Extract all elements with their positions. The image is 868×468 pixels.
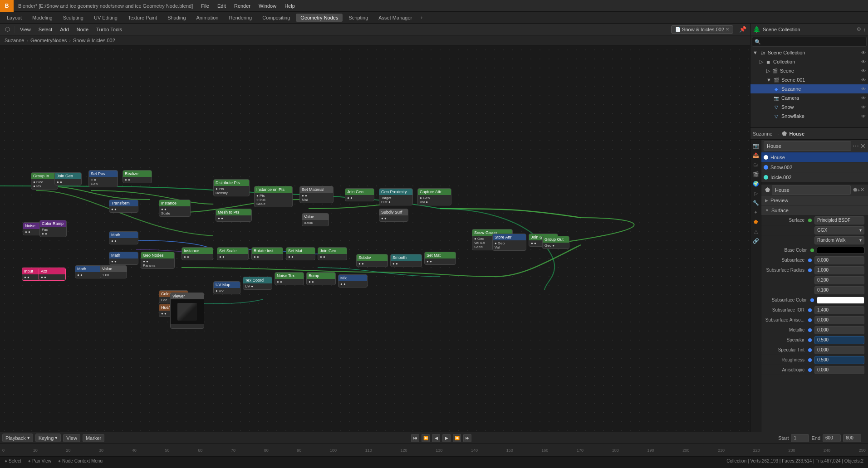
jump-to-end-button[interactable]: ⏭ (463, 434, 471, 442)
visibility-icon[interactable]: 👁 (861, 59, 866, 64)
subsurface-radius-3-value[interactable]: 0.100 (814, 286, 864, 294)
data-icon[interactable]: △ (751, 227, 760, 236)
material-name-field[interactable]: House (764, 141, 851, 151)
outliner-item-collection[interactable]: ▷ ◼ Collection 👁 (750, 57, 868, 66)
node-subdiv-1[interactable]: Subdiv Surf ● ● (379, 209, 408, 222)
subsurface-color-swatch[interactable] (817, 297, 864, 304)
keying-dropdown[interactable]: Keying ▾ (35, 434, 61, 442)
outliner-item-scene-collection[interactable]: ▼ 🗂 Scene Collection 👁 (750, 48, 868, 57)
tab-modeling[interactable]: Modeling (28, 14, 57, 22)
tab-animation[interactable]: Animation (192, 14, 223, 22)
visibility-icon[interactable]: 👁 (861, 78, 866, 83)
node-editor-type-icon[interactable]: ⬡ (2, 24, 12, 34)
material-prop-icon[interactable]: ⬟ (751, 217, 760, 226)
outliner-item-snowflake[interactable]: ▽ Snowflake 👁 (750, 112, 868, 121)
node-set-mat[interactable]: Set Material ● ●Mat (299, 186, 333, 203)
material-close-icon[interactable]: ✕ (860, 142, 866, 150)
node-extra-1[interactable]: Math ● ● (75, 265, 102, 278)
node-bottom-cluster-2[interactable]: Set Scale ● ● (217, 247, 249, 260)
visibility-icon[interactable]: 👁 (861, 96, 866, 101)
header-turbo-tools[interactable]: Turbo Tools (93, 26, 125, 33)
header-node[interactable]: Node (74, 26, 91, 33)
node-bottom-cluster-4[interactable]: Set Mat ● ● (286, 247, 315, 260)
header-view[interactable]: View (17, 26, 34, 33)
visibility-icon[interactable]: 👁 (861, 68, 866, 73)
node-bottom-cluster-1[interactable]: Instance ● ● (181, 247, 213, 260)
outliner-item-snow[interactable]: ▽ Snow 👁 (750, 102, 868, 112)
visibility-icon[interactable]: 👁 (861, 87, 866, 92)
world-icon[interactable]: 🌍 (751, 179, 760, 188)
node-capture[interactable]: Capture Attr ● GeoVal ● (417, 188, 451, 205)
tab-rendering[interactable]: Rendering (224, 14, 256, 22)
material-item-icicle[interactable]: Icicle.002 (761, 172, 868, 182)
visibility-icon[interactable]: 👁 (861, 105, 866, 110)
node-mesh-to-pts[interactable]: Mesh to Pts ● ● (216, 209, 252, 222)
current-frame-value[interactable]: 600 (843, 434, 861, 442)
material-name-display[interactable]: House (772, 185, 851, 195)
node-transform[interactable]: Transform ● ● (109, 200, 138, 213)
node-far-right-3[interactable]: Set Mat ● ● (424, 252, 456, 265)
node-store-attr[interactable]: Store Attr ● GeoVal (492, 234, 526, 251)
jump-back-button[interactable]: ⏪ (422, 434, 430, 442)
breadcrumb-snow-icicles[interactable]: Snow & Icicles.002 (73, 38, 115, 43)
outliner-item-suzanne[interactable]: ◆ Suzanne 👁 (750, 84, 868, 93)
node-instance[interactable]: Instance ● ●Scale (159, 200, 191, 217)
node-realize[interactable]: Realize ● ● (123, 170, 152, 183)
view-layer-icon[interactable]: 🗂 (751, 160, 760, 169)
filter-icon[interactable]: ⚙ (857, 26, 861, 32)
pin-icon[interactable]: 📌 (738, 24, 748, 34)
node-bottom-cluster-5[interactable]: Join Geo ● ● (318, 247, 347, 260)
add-workspace-button[interactable]: + (420, 15, 423, 20)
sort-icon[interactable]: ↕ (863, 27, 866, 32)
node-far-right-1[interactable]: Subdiv ● ● (356, 254, 388, 267)
subsurface-radius-2-value[interactable]: 0.200 (814, 276, 864, 284)
start-frame-value[interactable]: 1 (791, 434, 809, 442)
menu-edit[interactable]: Edit (214, 2, 230, 10)
active-file-tab[interactable]: 📄 Snow & Icicles.002 ✕ (671, 25, 733, 34)
mat-browse-icon[interactable]: ⬟ (853, 187, 858, 193)
visibility-icon[interactable]: 👁 (861, 50, 866, 55)
node-pink-2[interactable]: Attr ● ● (39, 268, 66, 281)
tab-compositing[interactable]: Compositing (258, 14, 294, 22)
metallic-value[interactable]: 0.000 (814, 326, 864, 334)
visibility-icon[interactable]: 👁 (861, 114, 866, 119)
marker-dropdown[interactable]: Marker (83, 434, 104, 442)
node-out[interactable]: Group Out Geo ● (542, 236, 569, 249)
output-icon[interactable]: 📤 (751, 151, 760, 160)
subsurface-radius-value[interactable]: 1.000 (814, 266, 864, 274)
tab-layout[interactable]: Layout (2, 14, 26, 22)
tab-texture-paint[interactable]: Texture Paint (123, 14, 162, 22)
jump-forward-button[interactable]: ⏩ (453, 434, 461, 442)
mat-close-icon[interactable]: ✕ (860, 187, 864, 193)
ggx-dropdown[interactable]: GGX ▾ (814, 226, 864, 234)
outliner-item-scene001[interactable]: ▼ 🎬 Scene.001 👁 (750, 75, 868, 84)
node-bottom-row-4[interactable]: Bump ● ● (306, 272, 336, 285)
breadcrumb-suzanne[interactable]: Suzanne (5, 38, 24, 43)
view-dropdown[interactable]: View (63, 434, 80, 442)
subsurface-value[interactable]: 0.000 (814, 256, 864, 264)
node-set-pos[interactable]: Set Pos ○ ●Geo (88, 170, 118, 187)
node-extra-2[interactable]: Value 1.00 (100, 265, 127, 278)
breadcrumb-geometry-nodes[interactable]: GeometryNodes (30, 38, 67, 43)
menu-window[interactable]: Window (255, 2, 280, 10)
specular-tint-value[interactable]: 0.000 (814, 346, 864, 354)
node-lower-2[interactable]: Math ● ● (109, 252, 138, 265)
node-bottom-row-2[interactable]: Tex Coord UV ● (243, 277, 272, 290)
node-join-geo-2[interactable]: Join Geo ● ● (345, 188, 374, 201)
subsurface-aniso-value[interactable]: 0.000 (814, 316, 864, 324)
random-walk-dropdown[interactable]: Random Walk ▾ (814, 236, 864, 244)
menu-render[interactable]: Render (230, 2, 254, 10)
tab-scripting[interactable]: Scripting (344, 14, 373, 22)
tab-uv-editing[interactable]: UV Editing (89, 14, 122, 22)
node-val1[interactable]: Value 0.500 (302, 213, 329, 226)
anisotropic-value[interactable]: 0.000 (814, 366, 864, 374)
modifier-icon[interactable]: 🔧 (751, 198, 760, 207)
constraint-icon[interactable]: 🔗 (751, 236, 760, 245)
node-bottom-row-3[interactable]: Noise Tex ● ● (275, 272, 304, 285)
preview-section[interactable]: ▶ Preview (761, 195, 868, 205)
node-bottom-row-1[interactable]: UV Map ● UV (213, 281, 240, 294)
end-frame-value[interactable]: 600 (823, 434, 841, 442)
node-geo-prox[interactable]: Geo Proximity TargetDist ● (379, 188, 413, 205)
header-select[interactable]: Select (36, 26, 55, 33)
tab-geometry-nodes[interactable]: Geometry Nodes (296, 14, 343, 22)
